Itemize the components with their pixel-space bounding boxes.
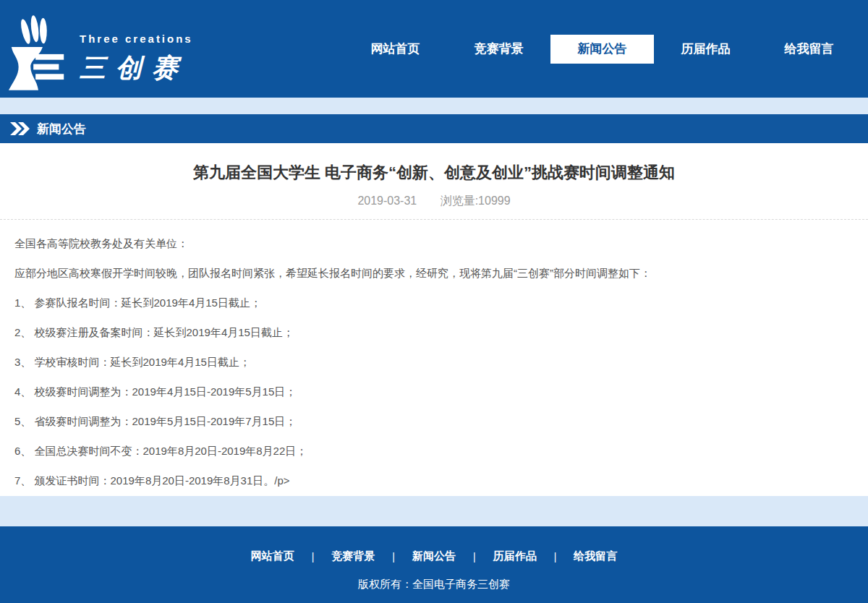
article-title: 第九届全国大学生 电子商务“创新、创意及创业”挑战赛时间调整通知 (14, 143, 854, 184)
footer-separator: | (473, 551, 476, 563)
article-paragraph: 应部分地区高校寒假开学时间较晚，团队报名时间紧张，希望延长报名时间的要求，经研究… (14, 259, 854, 288)
copyright-text: 版权所有：全国电子商务三创赛 (0, 578, 868, 591)
article-paragraph: 3、 学校审核时间：延长到2019年4月15日截止； (14, 348, 854, 377)
article-date: 2019-03-31 (357, 194, 417, 207)
article-page: 第九届全国大学生 电子商务“创新、创意及创业”挑战赛时间调整通知 2019-03… (0, 143, 868, 496)
site-footer: 网站首页 | 竞赛背景 | 新闻公告 | 历届作品 | 给我留言 版权所有：全国… (0, 526, 868, 603)
nav-item-home[interactable]: 网站首页 (344, 35, 447, 64)
article-paragraph: 全国各高等院校教务处及有关单位： (14, 229, 854, 259)
logo-subtitle: Three creations (80, 33, 193, 45)
logo-text: Three creations 三创赛 (80, 33, 193, 86)
article-view-count: 浏览量:10999 (441, 194, 511, 207)
nav-item-message[interactable]: 给我留言 (757, 35, 861, 64)
main-nav: 网站首页 竞赛背景 新闻公告 历届作品 给我留言 (344, 35, 861, 64)
article-paragraph: 6、 全国总决赛时间不变：2019年8月20日-2019年8月22日； (14, 437, 854, 466)
article-body: 全国各高等院校教务处及有关单位： 应部分地区高校寒假开学时间较晚，团队报名时间紧… (14, 220, 854, 496)
footer-link-background[interactable]: 竞赛背景 (331, 549, 375, 563)
nav-item-past-works[interactable]: 历届作品 (654, 35, 757, 64)
site-header: Three creations 三创赛 网站首页 竞赛背景 新闻公告 历届作品 … (0, 0, 868, 98)
double-chevron-icon (10, 122, 30, 135)
breadcrumb-label: 新闻公告 (37, 121, 86, 137)
footer-link-past-works[interactable]: 历届作品 (493, 549, 537, 563)
header-light-strip (0, 98, 868, 114)
footer-link-home[interactable]: 网站首页 (251, 549, 294, 563)
logo-title: 三创赛 (80, 51, 193, 86)
footer-nav: 网站首页 | 竞赛背景 | 新闻公告 | 历届作品 | 给我留言 (0, 526, 868, 563)
footer-link-news[interactable]: 新闻公告 (412, 549, 456, 563)
footer-separator: | (392, 551, 395, 563)
footer-link-message[interactable]: 给我留言 (574, 549, 617, 563)
nav-item-news[interactable]: 新闻公告 (550, 35, 654, 64)
footer-separator: | (312, 551, 315, 563)
article-paragraph: 5、 省级赛时间调整为：2019年5月15日-2019年7月15日； (14, 407, 854, 437)
footer-light-strip (0, 496, 868, 526)
breadcrumb-bar: 新闻公告 (0, 114, 868, 143)
article-paragraph: 4、 校级赛时间调整为：2019年4月15日-2019年5月15日； (14, 377, 854, 407)
nav-item-background[interactable]: 竞赛背景 (447, 35, 550, 64)
article-paragraph: 1、 参赛队报名时间：延长到2019年4月15日截止； (14, 288, 854, 318)
site-logo[interactable]: Three creations 三创赛 (7, 4, 193, 95)
hand-logo-icon (7, 7, 71, 95)
article-paragraph: 7、 颁发证书时间：2019年8月20日-2019年8月31日。/p> (14, 466, 854, 496)
footer-separator: | (554, 551, 557, 563)
article-paragraph: 2、 校级赛注册及备案时间：延长到2019年4月15日截止； (14, 318, 854, 348)
article-meta: 2019-03-31 浏览量:10999 (14, 194, 854, 219)
